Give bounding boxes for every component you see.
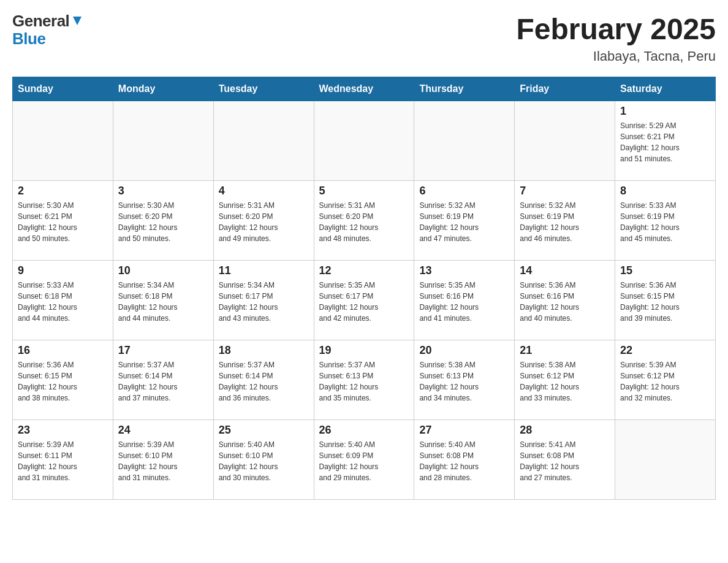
day-number: 27 [419,424,509,437]
calendar-header-monday: Monday [113,77,213,101]
day-info: Sunrise: 5:40 AMSunset: 6:10 PMDaylight:… [219,439,309,483]
day-info: Sunrise: 5:29 AMSunset: 6:21 PMDaylight:… [620,120,710,164]
calendar-cell: 11Sunrise: 5:34 AMSunset: 6:17 PMDayligh… [213,261,314,340]
day-number: 12 [319,264,409,277]
calendar-week-row: 2Sunrise: 5:30 AMSunset: 6:21 PMDaylight… [13,181,716,261]
day-number: 18 [219,344,309,357]
day-number: 28 [520,424,610,437]
day-info: Sunrise: 5:34 AMSunset: 6:18 PMDaylight:… [118,280,208,324]
calendar-cell: 23Sunrise: 5:39 AMSunset: 6:11 PMDayligh… [13,420,113,500]
day-number: 4 [219,185,309,197]
day-info: Sunrise: 5:39 AMSunset: 6:10 PMDaylight:… [118,439,208,483]
day-number: 20 [419,344,509,357]
calendar-cell: 28Sunrise: 5:41 AMSunset: 6:08 PMDayligh… [515,420,615,500]
calendar-cell: 20Sunrise: 5:38 AMSunset: 6:13 PMDayligh… [414,340,515,420]
calendar-table: SundayMondayTuesdayWednesdayThursdayFrid… [12,77,716,500]
calendar-cell: 4Sunrise: 5:31 AMSunset: 6:20 PMDaylight… [213,181,314,261]
calendar-cell: 3Sunrise: 5:30 AMSunset: 6:20 PMDaylight… [113,181,213,261]
calendar-header-sunday: Sunday [13,77,113,101]
calendar-cell: 14Sunrise: 5:36 AMSunset: 6:16 PMDayligh… [515,261,615,340]
day-info: Sunrise: 5:30 AMSunset: 6:20 PMDaylight:… [118,200,208,244]
calendar-cell: 8Sunrise: 5:33 AMSunset: 6:19 PMDaylight… [615,181,716,261]
calendar-header-row: SundayMondayTuesdayWednesdayThursdayFrid… [13,77,716,101]
calendar-cell: 13Sunrise: 5:35 AMSunset: 6:16 PMDayligh… [414,261,515,340]
day-number: 25 [219,424,309,437]
calendar-cell: 1Sunrise: 5:29 AMSunset: 6:21 PMDaylight… [615,101,716,181]
calendar-week-row: 16Sunrise: 5:36 AMSunset: 6:15 PMDayligh… [13,340,716,420]
title-section: February 2025 Ilabaya, Tacna, Peru [516,12,716,64]
day-number: 19 [319,344,409,357]
day-info: Sunrise: 5:38 AMSunset: 6:13 PMDaylight:… [419,359,509,404]
calendar-week-row: 23Sunrise: 5:39 AMSunset: 6:11 PMDayligh… [13,420,716,500]
day-info: Sunrise: 5:32 AMSunset: 6:19 PMDaylight:… [520,200,610,244]
calendar-cell: 2Sunrise: 5:30 AMSunset: 6:21 PMDaylight… [13,181,113,261]
day-info: Sunrise: 5:33 AMSunset: 6:19 PMDaylight:… [620,200,710,244]
day-info: Sunrise: 5:37 AMSunset: 6:14 PMDaylight:… [219,359,309,404]
day-info: Sunrise: 5:35 AMSunset: 6:16 PMDaylight:… [419,280,509,324]
calendar-cell: 9Sunrise: 5:33 AMSunset: 6:18 PMDaylight… [13,261,113,340]
calendar-cell: 18Sunrise: 5:37 AMSunset: 6:14 PMDayligh… [213,340,314,420]
day-info: Sunrise: 5:34 AMSunset: 6:17 PMDaylight:… [219,280,309,324]
day-number: 17 [118,344,208,357]
calendar-header-thursday: Thursday [414,77,515,101]
calendar-cell: 19Sunrise: 5:37 AMSunset: 6:13 PMDayligh… [314,340,414,420]
calendar-cell: 12Sunrise: 5:35 AMSunset: 6:17 PMDayligh… [314,261,414,340]
calendar-cell: 6Sunrise: 5:32 AMSunset: 6:19 PMDaylight… [414,181,515,261]
day-number: 2 [18,185,108,197]
day-info: Sunrise: 5:31 AMSunset: 6:20 PMDaylight:… [219,200,309,244]
calendar-cell: 25Sunrise: 5:40 AMSunset: 6:10 PMDayligh… [213,420,314,500]
calendar-cell: 26Sunrise: 5:40 AMSunset: 6:09 PMDayligh… [314,420,414,500]
calendar-week-row: 9Sunrise: 5:33 AMSunset: 6:18 PMDaylight… [13,261,716,340]
svg-marker-0 [73,17,82,25]
calendar-cell: 22Sunrise: 5:39 AMSunset: 6:12 PMDayligh… [615,340,716,420]
day-info: Sunrise: 5:40 AMSunset: 6:09 PMDaylight:… [319,439,409,483]
calendar-cell: 7Sunrise: 5:32 AMSunset: 6:19 PMDaylight… [515,181,615,261]
calendar-cell: 16Sunrise: 5:36 AMSunset: 6:15 PMDayligh… [13,340,113,420]
page-header: General Blue February 2025 Ilabaya, Tacn… [12,12,716,64]
day-info: Sunrise: 5:41 AMSunset: 6:08 PMDaylight:… [520,439,610,483]
day-number: 14 [520,264,610,277]
day-number: 7 [520,185,610,197]
calendar-cell: 17Sunrise: 5:37 AMSunset: 6:14 PMDayligh… [113,340,213,420]
calendar-title: February 2025 [516,12,716,46]
day-info: Sunrise: 5:36 AMSunset: 6:16 PMDaylight:… [520,280,610,324]
day-info: Sunrise: 5:37 AMSunset: 6:14 PMDaylight:… [118,359,208,404]
day-info: Sunrise: 5:39 AMSunset: 6:12 PMDaylight:… [620,359,710,404]
calendar-cell [213,101,314,181]
day-info: Sunrise: 5:31 AMSunset: 6:20 PMDaylight:… [319,200,409,244]
calendar-header-wednesday: Wednesday [314,77,414,101]
calendar-cell [515,101,615,181]
day-info: Sunrise: 5:40 AMSunset: 6:08 PMDaylight:… [419,439,509,483]
day-number: 21 [520,344,610,357]
calendar-cell: 5Sunrise: 5:31 AMSunset: 6:20 PMDaylight… [314,181,414,261]
calendar-week-row: 1Sunrise: 5:29 AMSunset: 6:21 PMDaylight… [13,101,716,181]
day-number: 3 [118,185,208,197]
day-info: Sunrise: 5:38 AMSunset: 6:12 PMDaylight:… [520,359,610,404]
day-number: 15 [620,264,710,277]
calendar-header-saturday: Saturday [615,77,716,101]
day-info: Sunrise: 5:33 AMSunset: 6:18 PMDaylight:… [18,280,108,324]
day-number: 13 [419,264,509,277]
calendar-cell: 15Sunrise: 5:36 AMSunset: 6:15 PMDayligh… [615,261,716,340]
day-info: Sunrise: 5:36 AMSunset: 6:15 PMDaylight:… [620,280,710,324]
day-number: 6 [419,185,509,197]
day-info: Sunrise: 5:30 AMSunset: 6:21 PMDaylight:… [18,200,108,244]
calendar-cell [113,101,213,181]
day-number: 10 [118,264,208,277]
calendar-cell: 21Sunrise: 5:38 AMSunset: 6:12 PMDayligh… [515,340,615,420]
calendar-header-friday: Friday [515,77,615,101]
day-number: 8 [620,185,710,197]
calendar-header-tuesday: Tuesday [213,77,314,101]
day-info: Sunrise: 5:37 AMSunset: 6:13 PMDaylight:… [319,359,409,404]
day-number: 26 [319,424,409,437]
day-number: 24 [118,424,208,437]
day-info: Sunrise: 5:32 AMSunset: 6:19 PMDaylight:… [419,200,509,244]
calendar-cell [615,420,716,500]
calendar-cell: 24Sunrise: 5:39 AMSunset: 6:10 PMDayligh… [113,420,213,500]
logo-blue-text: Blue [12,30,84,48]
day-number: 5 [319,185,409,197]
calendar-cell [314,101,414,181]
day-info: Sunrise: 5:36 AMSunset: 6:15 PMDaylight:… [18,359,108,404]
logo: General Blue [12,12,84,47]
day-number: 11 [219,264,309,277]
